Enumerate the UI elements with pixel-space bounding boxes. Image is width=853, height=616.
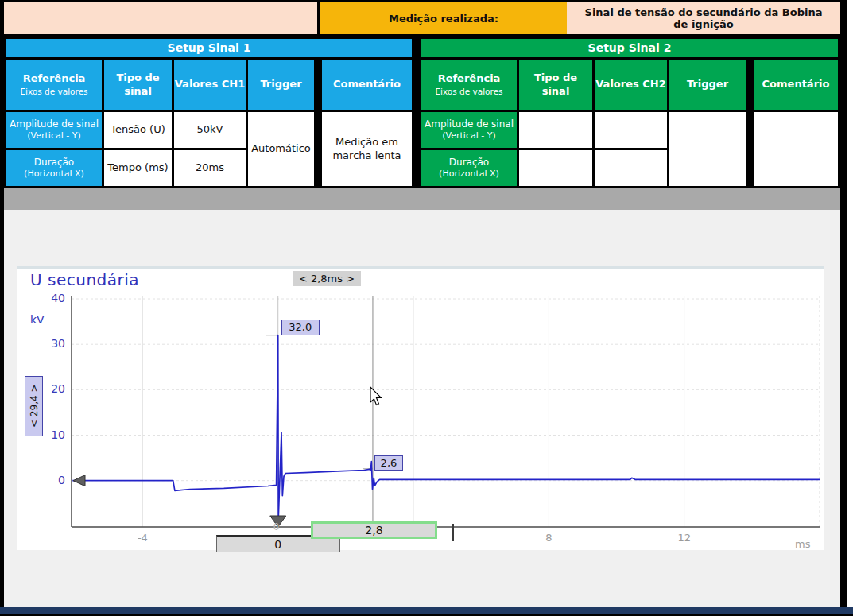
col-title: Referência	[23, 72, 86, 85]
oscilloscope-report-window: Medição realizada: Sinal de tensão do se…	[0, 0, 853, 616]
row-sublabel: (Horizontal X)	[439, 169, 499, 180]
setup2-col-valores: Valores CH2	[595, 60, 667, 110]
waveform-plot[interactable]	[17, 269, 824, 556]
setup1-row-duracao: Duração (Horizontal X)	[6, 150, 102, 186]
separator-band	[4, 188, 840, 210]
delta-time-readout[interactable]: < 2,8ms >	[293, 271, 361, 286]
setup1-valor-50kv: 50kV	[174, 112, 246, 148]
x-axis-tick-label: -4	[126, 532, 158, 544]
setup2-valor-empty2	[595, 150, 667, 186]
y-axis-unit-label: kV	[30, 313, 45, 326]
row-label: Amplitude de sinal	[10, 118, 99, 130]
row-label: Duração	[34, 157, 74, 169]
col-subtitle: Eixos de valores	[435, 87, 502, 97]
frame-right-margin	[847, 0, 853, 607]
setup2-col-comentario: Comentário	[754, 60, 838, 110]
setup2-valor-empty	[595, 112, 667, 148]
chart-title: U secundária	[30, 270, 139, 289]
y-axis-tick-label: 20	[38, 382, 65, 395]
x-axis-tick-label: 12	[669, 532, 700, 544]
setup2-col-trigger: Trigger	[669, 60, 746, 110]
cursor-tick-mark[interactable]	[452, 524, 454, 541]
row-sublabel: (Vertical - Y)	[27, 130, 80, 141]
col-subtitle: Eixos de valores	[20, 87, 87, 97]
setup1-col-tipo: Tipo de sinal	[104, 60, 172, 110]
setup1-comment-divider	[316, 60, 320, 186]
frame-left-border	[0, 0, 4, 610]
header-blank-cell	[4, 2, 317, 34]
setup2-tipo-empty	[519, 112, 592, 148]
frame-right-border	[840, 0, 847, 607]
setup2-row-amplitude: Amplitude de sinal (Vertical - Y)	[421, 112, 517, 148]
setup2-trigger-value	[669, 112, 746, 186]
cursor1-axis-label: 0	[273, 521, 280, 533]
bottom-navy-bar	[0, 607, 853, 614]
setup2-col-tipo: Tipo de sinal	[519, 60, 592, 110]
measurement-value: Sinal de tensão do secundário da Bobina …	[567, 2, 840, 34]
setup2-col-referencia: Referência Eixos de valores	[421, 60, 517, 110]
setup1-tipo-tensao: Tensão (U)	[104, 112, 172, 148]
setup1-col-comentario: Comentário	[322, 60, 412, 110]
row-sublabel: (Horizontal X)	[24, 169, 84, 180]
setup2-row-duracao: Duração (Horizontal X)	[421, 150, 517, 186]
row-label: Amplitude de sinal	[425, 118, 514, 130]
setup1-tipo-tempo: Tempo (ms)	[104, 150, 172, 186]
x-axis-tick-label: 8	[533, 532, 564, 544]
setup1-trigger-value: Automático	[248, 112, 314, 186]
setup1-valor-20ms: 20ms	[174, 150, 246, 186]
setup2-tipo-empty2	[519, 150, 592, 186]
y-axis-tick-label: 40	[38, 292, 65, 304]
y-axis-tick-label: 10	[38, 428, 65, 441]
setup1-col-valores: Valores CH1	[174, 60, 246, 110]
y-axis-tick-label: 30	[38, 337, 65, 350]
setup-table: Setup Sinal 1 Setup Sinal 2 Referência E…	[4, 37, 840, 188]
row-sublabel: (Vertical - Y)	[442, 130, 495, 141]
peak-value-label: 32,0	[281, 320, 320, 335]
mouse-cursor-icon	[370, 387, 382, 405]
setup1-title: Setup Sinal 1	[6, 39, 412, 57]
report-header-row: Medição realizada: Sinal de tensão do se…	[4, 2, 840, 37]
y-axis-tick-label: 0	[38, 474, 65, 486]
col-title: Referência	[438, 72, 501, 85]
row-label: Duração	[449, 157, 489, 169]
measurement-label: Medição realizada:	[320, 2, 567, 34]
setup2-title: Setup Sinal 2	[421, 39, 838, 57]
x-axis-unit-label: ms	[795, 538, 810, 550]
setup1-col-trigger: Trigger	[248, 60, 314, 110]
setup2-comment-value	[754, 112, 838, 186]
setup1-row-amplitude: Amplitude de sinal (Vertical - Y)	[6, 112, 102, 148]
cursor-value-label: 2,6	[374, 455, 403, 471]
setup2-comment-divider	[748, 60, 751, 186]
table-center-divider	[414, 39, 419, 186]
oscilloscope-chart-panel[interactable]: U secundária < 2,8ms > kV ms < 29,4 > 32…	[17, 266, 824, 550]
setup1-comment-value: Medição em marcha lenta	[322, 112, 412, 186]
frame-top-border	[0, 0, 853, 2]
setup1-col-referencia: Referência Eixos de valores	[6, 60, 102, 110]
cursor2-handle[interactable]: 2,8	[311, 521, 437, 539]
